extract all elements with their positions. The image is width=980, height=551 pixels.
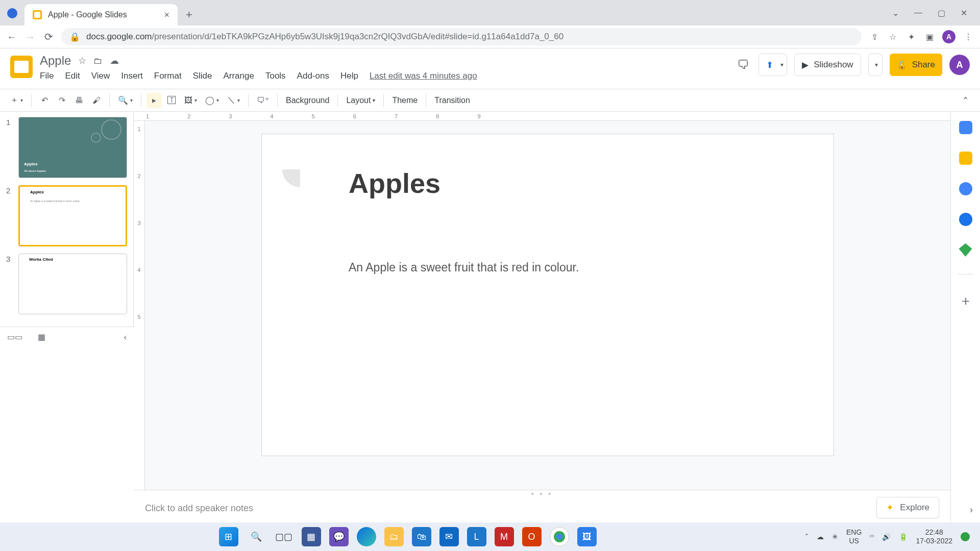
cloud-status-icon[interactable]: ☁	[110, 55, 119, 66]
volume-icon[interactable]: 🔊	[882, 533, 891, 541]
menu-addons[interactable]: Add-ons	[297, 71, 329, 81]
thumbnail-2[interactable]: 2ApplesAn Apple is a sweet fruit that is…	[6, 185, 127, 246]
ms-store-icon[interactable]: 🛍	[412, 527, 431, 546]
onedrive-icon[interactable]: ☁	[817, 533, 824, 541]
slide-canvas[interactable]: Apples An Apple is a sweet fruit that is…	[262, 134, 834, 456]
chrome-menu-icon[interactable]: ⋮	[963, 31, 974, 42]
image-tool[interactable]: 🖼▾	[181, 93, 200, 108]
address-bar[interactable]: 🔒 docs.google.com/presentation/d/1ebTKA9…	[61, 28, 862, 45]
slide-body-text[interactable]: An Apple is a sweet fruit that is red in…	[349, 261, 579, 274]
last-edit-link[interactable]: Last edit was 4 minutes ago	[370, 71, 477, 81]
share-button[interactable]: 🔒 Share	[890, 54, 942, 76]
speaker-notes[interactable]: Click to add speaker notes	[134, 497, 950, 522]
window-minimize-icon[interactable]: —	[914, 8, 922, 18]
menu-slide[interactable]: Slide	[193, 71, 212, 81]
menu-view[interactable]: View	[91, 71, 110, 81]
present-upload-button[interactable]: ⬆ ▾	[758, 54, 787, 76]
thumbnail-1[interactable]: 1ApplesAll about Apples	[6, 117, 127, 178]
menu-tools[interactable]: Tools	[265, 71, 286, 81]
chat-icon[interactable]: 💬	[329, 527, 349, 546]
file-explorer-icon[interactable]: 🗂	[384, 527, 404, 546]
comment-tool[interactable]: 🗨⁺	[254, 93, 272, 108]
theme-button[interactable]: Theme	[389, 93, 421, 108]
keep-icon[interactable]	[959, 152, 972, 165]
document-title[interactable]: Apple	[40, 54, 71, 68]
redo-button[interactable]: ↷	[54, 93, 69, 108]
browser-tab[interactable]: Apple - Google Slides ×	[24, 4, 178, 26]
contacts-icon[interactable]	[959, 213, 972, 226]
task-view-icon[interactable]: ▢▢	[274, 527, 293, 546]
menu-help[interactable]: Help	[340, 71, 358, 81]
notes-drag-handle[interactable]: • • •	[134, 490, 950, 497]
sidepanel-icon[interactable]: ▣	[924, 31, 935, 42]
menu-file[interactable]: File	[40, 71, 54, 81]
share-page-icon[interactable]: ⇪	[869, 31, 880, 42]
office-icon[interactable]: O	[522, 527, 542, 546]
photos-icon[interactable]: 🖼	[577, 527, 597, 546]
comments-icon[interactable]: 🗨	[737, 58, 749, 72]
language-indicator[interactable]: ENGUS	[846, 528, 862, 545]
back-button[interactable]: ←	[6, 31, 17, 42]
mcafee-icon[interactable]: M	[495, 527, 514, 546]
slide-title[interactable]: Apples	[349, 167, 440, 199]
slideshow-button[interactable]: ▶ Slideshow	[794, 54, 861, 76]
reload-button[interactable]: ⟳	[43, 31, 54, 42]
tab-close-icon[interactable]: ×	[164, 10, 169, 20]
menu-edit[interactable]: Edit	[65, 71, 80, 81]
tab-overflow-icon[interactable]: ⌄	[892, 8, 899, 18]
account-avatar[interactable]: A	[949, 55, 970, 75]
slideshow-dropdown[interactable]: ▾	[868, 54, 883, 76]
thumbnail-preview[interactable]: ApplesAll about Apples	[18, 117, 127, 178]
zoom-button[interactable]: 🔍▾	[115, 93, 136, 108]
taskbar-search-icon[interactable]: 🔍	[247, 527, 266, 546]
battery-icon[interactable]: 🔋	[899, 533, 908, 541]
wifi-icon[interactable]: ⌔	[870, 533, 874, 541]
start-button[interactable]: ⊞	[219, 527, 238, 546]
collapse-toolbar-icon[interactable]: ⌃	[958, 93, 973, 108]
menu-arrange[interactable]: Arrange	[223, 71, 254, 81]
thumbnail-preview[interactable]: Works Cited	[18, 254, 127, 315]
chrome-avatar[interactable]: A	[942, 30, 955, 43]
thumbnail-preview[interactable]: ApplesAn Apple is a sweet fruit that is …	[18, 185, 127, 246]
get-addons-icon[interactable]: ＋	[959, 292, 972, 305]
new-slide-button[interactable]: ＋▾	[7, 93, 26, 108]
explore-button[interactable]: ✦ Explore	[876, 497, 939, 518]
widgets-icon[interactable]: ▦	[302, 527, 321, 546]
window-close-icon[interactable]: ✕	[961, 8, 967, 18]
line-tool[interactable]: ＼▾	[224, 93, 243, 108]
hide-sidepanel-icon[interactable]: ›	[970, 505, 973, 515]
edge-icon[interactable]	[357, 527, 376, 546]
textbox-tool[interactable]: 🅃	[164, 93, 179, 108]
calendar-icon[interactable]	[959, 121, 972, 134]
bookmark-icon[interactable]: ☆	[887, 31, 898, 42]
shape-tool[interactable]: ◯▾	[202, 93, 222, 108]
select-tool[interactable]: ▸	[146, 93, 162, 108]
tray-overflow-icon[interactable]: ˄	[805, 533, 808, 541]
layout-button[interactable]: Layout▾	[343, 93, 378, 108]
new-tab-button[interactable]: +	[178, 8, 201, 26]
tasks-icon[interactable]	[959, 182, 972, 195]
clock[interactable]: 22:4817-03-2022	[916, 528, 952, 545]
slides-logo-icon[interactable]	[10, 56, 33, 78]
undo-button[interactable]: ↶	[37, 93, 52, 108]
star-icon[interactable]: ☆	[78, 55, 86, 66]
window-maximize-icon[interactable]: ▢	[938, 8, 945, 18]
thumbnail-3[interactable]: 3Works Cited	[6, 254, 127, 315]
notifications-icon[interactable]	[961, 532, 970, 541]
filmstrip-view-icon[interactable]: ▭▭	[7, 332, 22, 342]
app-l-icon[interactable]: L	[467, 527, 486, 546]
grid-view-icon[interactable]: ▦	[38, 332, 45, 342]
collapse-filmstrip-icon[interactable]: ‹	[124, 333, 127, 342]
move-icon[interactable]: 🗀	[93, 56, 103, 66]
menu-format[interactable]: Format	[154, 71, 182, 81]
maps-icon[interactable]	[959, 243, 972, 257]
mail-icon[interactable]: ✉	[439, 527, 459, 546]
chrome-profile-dot[interactable]	[7, 8, 17, 18]
print-button[interactable]: 🖶	[71, 93, 87, 108]
transition-button[interactable]: Transition	[431, 93, 473, 108]
chrome-icon[interactable]	[550, 527, 569, 546]
paint-format-button[interactable]: 🖌	[89, 93, 104, 108]
menu-insert[interactable]: Insert	[121, 71, 143, 81]
extensions-icon[interactable]: ✦	[905, 31, 917, 42]
background-button[interactable]: Background	[283, 93, 332, 108]
